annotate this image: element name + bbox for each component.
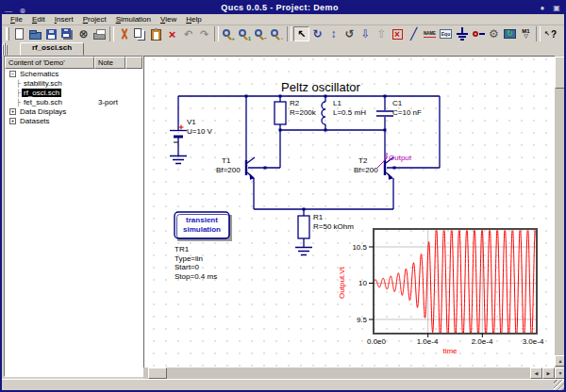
scroll-right-button[interactable]: ▶ — [542, 368, 555, 379]
scroll-up-button[interactable]: ▲ — [555, 355, 566, 367]
qucs-window: — ⊗ Qucs 0.0.5 - Project: Demo ● ▣ File … — [0, 0, 566, 392]
insert-label-button[interactable]: NAME — [422, 26, 438, 41]
menu-help[interactable]: Help — [181, 14, 206, 25]
horizontal-scrollbar[interactable]: ◀ ▶ — [143, 368, 555, 379]
tr1-param-type: Type=lin — [175, 254, 203, 263]
tree-item-data-displays[interactable]: + ├ Data Displays — [5, 106, 142, 116]
redo-button[interactable]: ↷ — [196, 26, 212, 41]
window-minimize-icon[interactable]: ● — [537, 3, 548, 13]
tree-header-note-column[interactable]: Note — [94, 57, 125, 69]
save-all-button[interactable] — [59, 26, 75, 41]
mirror-x-button[interactable]: ↕ — [325, 26, 341, 41]
save-document-button[interactable] — [43, 26, 59, 41]
menu-view[interactable]: View — [156, 14, 181, 25]
open-document-button[interactable] — [27, 26, 43, 41]
r1-name: R1 — [313, 213, 324, 221]
pop-out-button[interactable]: ⇧ — [374, 26, 390, 41]
close-document-button[interactable]: ⊗ — [75, 26, 92, 41]
simulate-button[interactable]: ⚙ — [486, 26, 502, 41]
go-into-subcircuit-button[interactable]: ⇩ — [358, 26, 374, 41]
sim-block-line1: transient — [186, 216, 218, 224]
insert-equation-button[interactable]: Equ — [438, 26, 454, 41]
tree-twisty-icon[interactable]: − — [9, 71, 16, 77]
rotate-button[interactable]: ↻ — [309, 26, 325, 41]
delete-button[interactable]: × — [164, 26, 180, 41]
copy-button[interactable] — [132, 26, 148, 41]
insert-marker-button[interactable]: M1 — [518, 26, 534, 41]
t2-name: T2 — [358, 156, 368, 165]
tree-connector: ├ — [16, 90, 21, 96]
tree-item-fet-sub[interactable]: ├ fet_sub.sch 3-port — [5, 97, 142, 106]
tree-header-name-column[interactable]: Content of 'Demo' — [5, 57, 94, 69]
circuit-junctions — [245, 95, 396, 211]
zoom-in-button[interactable] — [221, 26, 237, 41]
x-tick-0: 0.0e0 — [367, 337, 387, 346]
output-diagram[interactable]: 10.5 10 9.5 0.0e0 1.0e-4 2.0e-4 3.0e-4 t… — [338, 227, 544, 356]
tree-twisty-icon[interactable]: + — [9, 108, 16, 115]
tree-connector: ├ — [16, 80, 21, 87]
tree-item-datasets[interactable]: + ├ Datasets — [5, 116, 142, 125]
paste-button[interactable] — [148, 26, 164, 41]
menu-insert[interactable]: Insert — [50, 14, 78, 25]
scroll-down-button[interactable]: ▼ — [555, 368, 566, 379]
vertical-scrollbar-thumb[interactable] — [555, 57, 566, 89]
status-bar — [2, 379, 564, 390]
toolbar-separator[interactable] — [536, 26, 541, 41]
transient-simulation-block[interactable]: transient simulation — [175, 212, 232, 241]
print-button[interactable] — [92, 26, 108, 41]
insert-port-button[interactable] — [470, 26, 486, 41]
zoom-one-button[interactable] — [237, 26, 253, 41]
t1-name: T1 — [222, 156, 231, 165]
toolbar-grip[interactable] — [6, 27, 9, 41]
zoom-out-button[interactable] — [253, 26, 269, 41]
tree-header-stub — [125, 57, 142, 69]
tab-components[interactable] — [6, 44, 8, 56]
tree-twisty-icon[interactable]: + — [9, 118, 16, 124]
menu-simulation[interactable]: Simulation — [111, 14, 156, 25]
tree-item-stability[interactable]: ├ stability.sch — [5, 78, 142, 88]
v1-name: V1 — [187, 118, 196, 126]
menu-file[interactable]: File — [6, 14, 27, 25]
tree-note: 3-port — [98, 98, 118, 106]
view-data-display-button[interactable] — [502, 26, 518, 41]
tree-connector: ├ — [16, 99, 21, 106]
toolbar-separator[interactable] — [109, 26, 114, 41]
menu-project[interactable]: Project — [78, 14, 111, 25]
tr1-name: TR1 — [175, 245, 190, 253]
schematic-canvas[interactable]: Peltz oscillator — [143, 56, 555, 368]
tree-item-schematics[interactable]: − ├ Schematics — [5, 69, 142, 78]
menu-edit[interactable]: Edit — [27, 14, 50, 25]
svg-text:Output: Output — [389, 154, 412, 162]
t2-value: Bf=200 — [354, 166, 378, 174]
horizontal-scrollbar-thumb[interactable] — [148, 368, 167, 379]
tree-header: Content of 'Demo' Note — [5, 57, 142, 69]
r2-value: R=200k — [290, 108, 317, 117]
tab-content[interactable] — [4, 42, 6, 56]
insert-ground-button[interactable] — [454, 26, 470, 41]
zoom-fit-button[interactable] — [269, 26, 285, 41]
schematic-svg: Peltz oscillator — [144, 57, 556, 368]
toolbar-separator[interactable] — [214, 26, 219, 41]
mirror-y-button[interactable]: ↺ — [341, 26, 358, 41]
vertical-scrollbar[interactable]: ▲ ▼ — [555, 56, 566, 379]
x-tick-1: 1.0e-4 — [417, 337, 439, 346]
output-node-label[interactable]: Output — [377, 153, 412, 168]
y-tick-1: 10 — [358, 279, 367, 287]
sim-block-line2: simulation — [183, 225, 221, 234]
cut-button[interactable] — [116, 26, 132, 41]
whats-this-button[interactable]: ? — [542, 26, 558, 41]
window-maximize-icon[interactable]: ▣ — [551, 3, 562, 13]
deactivate-button[interactable] — [390, 26, 406, 41]
undo-button[interactable]: ↶ — [180, 26, 196, 41]
resize-grip[interactable] — [554, 380, 564, 390]
tree-item-rf-osci[interactable]: ├ rf_osci.sch — [5, 88, 142, 97]
titlebar[interactable]: — ⊗ Qucs 0.0.5 - Project: Demo ● ▣ — [2, 2, 564, 14]
tab-document-rf-osci[interactable]: rf_osci.sch — [20, 42, 84, 56]
select-button[interactable]: ↖ — [293, 26, 309, 41]
toolbar-separator[interactable] — [287, 26, 291, 41]
toolbar: ⊗ — [2, 25, 564, 42]
new-document-button[interactable] — [11, 26, 27, 41]
x-tick-3: 3.0e-4 — [523, 337, 544, 346]
scroll-left-button[interactable]: ◀ — [530, 368, 542, 379]
insert-wire-button[interactable]: ╱ — [406, 26, 422, 41]
